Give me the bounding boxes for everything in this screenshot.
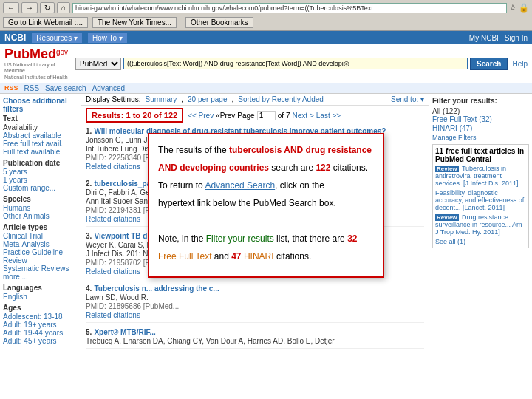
display-settings-label: Display Settings: bbox=[86, 95, 140, 103]
abstract-available-filter[interactable]: Abstract available bbox=[3, 132, 78, 140]
hinari-filter-item[interactable]: HINARI (47) bbox=[432, 124, 529, 132]
practice-guideline-filter[interactable]: Practice Guideline bbox=[3, 248, 78, 256]
next-page[interactable]: Next > bbox=[293, 112, 314, 120]
overlay-advanced-link[interactable]: Advanced Search bbox=[205, 180, 275, 191]
bookmark-other[interactable]: Other Bookmarks bbox=[185, 17, 253, 28]
address-bar[interactable] bbox=[72, 3, 507, 13]
free-article-item: Review Drug resistance surveillance in r… bbox=[435, 214, 526, 236]
overlay-line4: hypertext link below the PubMed Search b… bbox=[158, 197, 374, 210]
availability-label: Availability bbox=[3, 123, 78, 132]
result-number: 1. bbox=[86, 127, 92, 135]
english-filter[interactable]: English bbox=[3, 293, 78, 301]
related-citations-link[interactable]: Related citations bbox=[86, 215, 140, 223]
sort-selector[interactable]: Sorted by Recently Added bbox=[238, 95, 324, 103]
prev-page[interactable]: << Prev bbox=[188, 112, 214, 120]
choose-filters-title[interactable]: Choose additionalfilters bbox=[3, 97, 78, 113]
free-full-text-filter-item[interactable]: Free Full Text (32) bbox=[432, 115, 529, 123]
ncbi-logo: NCBI bbox=[4, 33, 26, 43]
clinical-trial-filter[interactable]: Clinical Trial bbox=[3, 232, 78, 240]
howto-button[interactable]: How To ▾ bbox=[88, 33, 127, 43]
all-filter-item[interactable]: All (122) bbox=[432, 107, 529, 115]
humans-filter[interactable]: Humans bbox=[3, 204, 78, 212]
meta-analysis-filter[interactable]: Meta-Analysis bbox=[3, 240, 78, 248]
format-selector[interactable]: Summary bbox=[145, 95, 177, 103]
advanced-link[interactable]: Advanced bbox=[92, 84, 125, 92]
result-item: 5. Xpert® MTB/RIF... Trebucq A, Enarson … bbox=[86, 327, 424, 349]
display-settings-left: Display Settings: Summary , 20 per page … bbox=[86, 95, 324, 103]
adult-filter[interactable]: Adult: 19+ years bbox=[3, 321, 78, 329]
result-number: 2. bbox=[86, 180, 92, 188]
free-article-link-2[interactable]: Feasibility, diagnostic accuracy, and ef… bbox=[435, 189, 524, 211]
overlay-spacer bbox=[158, 214, 374, 228]
pubmed-brand-bar: PubMedgov US National Library of Medicin… bbox=[0, 44, 532, 83]
manage-filters-link[interactable]: Manage Filters bbox=[432, 134, 529, 141]
ages-section: Ages Adolescent: 13-18 Adult: 19+ years … bbox=[3, 304, 78, 345]
adult-young-filter[interactable]: Adult: 19-44 years bbox=[3, 329, 78, 337]
more-filter[interactable]: more ... bbox=[3, 273, 78, 281]
related-citations-link[interactable]: Related citations bbox=[86, 267, 140, 276]
page-input[interactable] bbox=[257, 111, 276, 120]
languages-title: Languages bbox=[3, 284, 78, 292]
free-article-item: Feasibility, diagnostic accuracy, and ef… bbox=[435, 189, 526, 211]
forward-button[interactable]: → bbox=[21, 2, 38, 13]
help-link[interactable]: Help bbox=[512, 60, 528, 68]
other-animals-filter[interactable]: Other Animals bbox=[3, 212, 78, 220]
save-search-link[interactable]: Save search bbox=[45, 84, 86, 92]
pub-date-title: Publication date bbox=[3, 159, 78, 167]
overlay-hinari: HINARI bbox=[244, 251, 274, 262]
overlay-filter-label: Filter your results bbox=[206, 233, 274, 244]
1year-filter[interactable]: 1 years bbox=[3, 176, 78, 184]
results-count-box: Results: 1 to 20 of 122 bbox=[86, 108, 183, 123]
overlay-ft-count: 32 bbox=[347, 233, 357, 244]
result-title[interactable]: Xpert® MTB/RIF... bbox=[94, 328, 155, 336]
result-authors: Lawn SD, Wood R. bbox=[86, 293, 149, 301]
ages-title: Ages bbox=[3, 304, 78, 312]
home-button[interactable]: ⌂ bbox=[57, 2, 70, 13]
overlay-popup: The results of the tuberculosis AND drug… bbox=[148, 133, 384, 278]
languages-section: Languages English bbox=[3, 284, 78, 301]
species-filter-section: Species Humans Other Animals bbox=[3, 195, 78, 220]
adolescent-filter[interactable]: Adolescent: 13-18 bbox=[3, 313, 78, 321]
left-filter-panel: Choose additionalfilters Text Availabili… bbox=[0, 94, 81, 388]
review-filter[interactable]: Review bbox=[3, 256, 78, 265]
last-page[interactable]: Last >> bbox=[316, 112, 341, 120]
sign-in-link[interactable]: Sign In bbox=[505, 34, 528, 42]
lock-icon: 🔒 bbox=[519, 3, 529, 13]
search-input[interactable] bbox=[123, 58, 468, 69]
pubmed-links-bar: RSS RSS Save search Advanced bbox=[0, 83, 532, 94]
pubmed-brand-info: US National Library of MedicineNational … bbox=[4, 62, 71, 81]
back-button[interactable]: ← bbox=[3, 2, 19, 13]
adult-older-filter[interactable]: Adult: 45+ years bbox=[3, 337, 78, 345]
overlay-free-full-text: Free Full Text bbox=[158, 251, 211, 262]
text-filter-section: Text Availability Abstract available Fre… bbox=[3, 115, 78, 156]
full-text-filter[interactable]: Full text available bbox=[3, 148, 78, 156]
resources-button[interactable]: Resources ▾ bbox=[32, 33, 82, 43]
result-title[interactable]: Tuberculosis n... addressing the c... bbox=[94, 284, 219, 293]
rss-link[interactable]: RSS bbox=[24, 84, 40, 92]
see-all-link[interactable]: See all (1) bbox=[435, 238, 526, 245]
ncbi-right: My NCBI Sign In bbox=[469, 34, 528, 42]
bookmark-nytimes[interactable]: The New York Times... bbox=[92, 17, 177, 28]
related-citations-link[interactable]: Related citations bbox=[86, 163, 140, 171]
free-full-text-filter[interactable]: Free full text avail. bbox=[3, 140, 78, 148]
bookmark-webmail[interactable]: Go to Link Webmail :... bbox=[3, 17, 88, 28]
overlay-count: 122 bbox=[316, 163, 330, 173]
filter-your-results-panel: Filter your results: All (122) Free Full… bbox=[429, 94, 532, 388]
custom-range-filter[interactable]: Custom range... bbox=[3, 184, 78, 192]
result-number: 4. bbox=[86, 284, 92, 293]
search-button[interactable]: Search bbox=[470, 58, 508, 70]
review-badge-1: Review bbox=[435, 166, 459, 172]
search-select[interactable]: PubMed bbox=[75, 58, 121, 70]
perpage-selector[interactable]: 20 per page bbox=[188, 95, 227, 103]
display-settings-bar: Display Settings: Summary , 20 per page … bbox=[81, 94, 429, 106]
5years-filter[interactable]: 5 years bbox=[3, 168, 78, 176]
related-citations-link[interactable]: Related citations bbox=[86, 311, 140, 319]
star-icon[interactable]: ☆ bbox=[509, 3, 516, 13]
my-ncbi-link[interactable]: My NCBI bbox=[469, 34, 499, 42]
refresh-button[interactable]: ↻ bbox=[40, 2, 55, 13]
systematic-reviews-filter[interactable]: Systematic Reviews bbox=[3, 265, 78, 273]
send-to-button[interactable]: Send to: ▾ bbox=[391, 95, 424, 103]
overlay-highlight-2: AND developing countries bbox=[158, 163, 269, 173]
overlay-highlight-1: tuberculosis AND drug resistance bbox=[229, 145, 372, 155]
pubmed-logo-sub: gov bbox=[56, 48, 68, 56]
